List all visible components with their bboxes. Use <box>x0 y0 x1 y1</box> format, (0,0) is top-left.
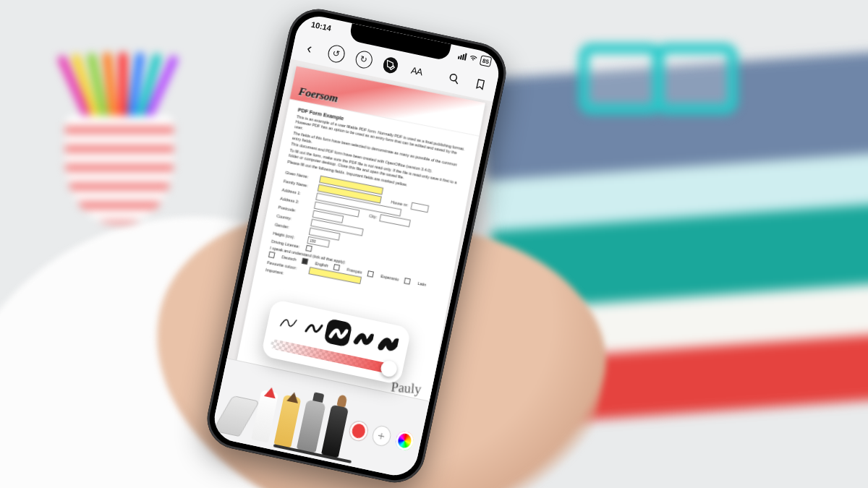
search-button[interactable] <box>445 69 463 88</box>
logo-text: Foersom <box>297 85 339 105</box>
stroke-medium[interactable] <box>323 318 352 347</box>
selected-color-swatch[interactable] <box>348 420 369 442</box>
label-city: City: <box>369 213 378 219</box>
bg-sunglasses <box>579 43 738 108</box>
check-latin[interactable] <box>404 278 412 285</box>
label-house: House nr: <box>391 200 409 207</box>
undo-button[interactable]: ↺ <box>326 43 346 64</box>
check-driving[interactable] <box>305 245 312 252</box>
text-size-button[interactable]: AA <box>408 61 426 80</box>
check-english[interactable] <box>302 258 309 265</box>
stroke-bold[interactable] <box>374 329 403 358</box>
stroke-thin[interactable] <box>273 307 302 336</box>
check-francais[interactable] <box>333 264 341 271</box>
markup-button[interactable] <box>381 56 399 74</box>
stroke-heavy[interactable] <box>349 324 378 353</box>
opacity-knob[interactable] <box>380 359 399 378</box>
brush-tool[interactable] <box>321 405 349 458</box>
redo-button[interactable]: ↻ <box>354 49 373 69</box>
label-deutsch: Deutsch <box>281 254 297 262</box>
label-latin: Latin <box>417 281 427 287</box>
svg-point-0 <box>449 74 457 82</box>
photo-scene: 10:14 85 ‹ ↺ ↻ AA <box>0 0 868 488</box>
wifi-icon <box>468 53 478 64</box>
check-esperanto[interactable] <box>367 270 375 278</box>
signal-icon <box>458 52 467 61</box>
bookmark-button[interactable] <box>471 75 489 94</box>
bg-pen-cup <box>58 65 181 217</box>
check-deutsch[interactable] <box>268 252 276 259</box>
back-button[interactable]: ‹ <box>300 39 318 58</box>
add-tool-button[interactable]: ＋ <box>370 424 393 448</box>
pencil-tool[interactable] <box>274 395 302 448</box>
color-picker-button[interactable] <box>394 430 415 452</box>
stroke-light[interactable] <box>299 313 328 342</box>
label-francais: Français <box>346 267 362 275</box>
battery-indicator: 85 <box>480 55 492 67</box>
pen-tool[interactable] <box>252 390 279 442</box>
highlighter-tool[interactable] <box>297 399 326 453</box>
status-time: 10:14 <box>310 20 332 33</box>
label-english: English <box>315 261 328 268</box>
